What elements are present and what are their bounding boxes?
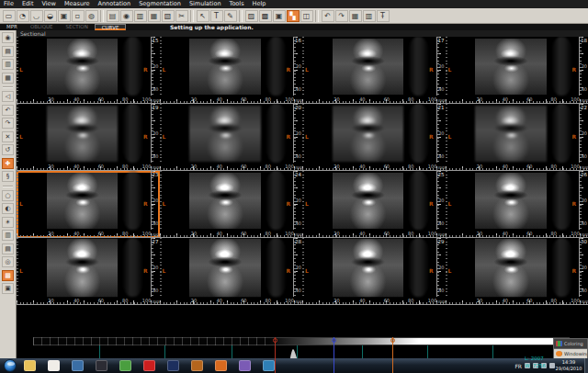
image-view-icon[interactable]: ▣ xyxy=(58,10,71,22)
window-max-marker-handle[interactable] xyxy=(390,338,395,343)
slice-cell-22[interactable]: LR22204020406080100mm xyxy=(446,104,588,171)
slice-cell-16[interactable]: LR16204020406080100mm xyxy=(160,37,303,104)
slice-cell-18[interactable]: LR18204020406080100mm xyxy=(446,37,588,104)
note-icon[interactable]: ▨ xyxy=(245,10,258,22)
export-image-icon[interactable]: ▥ xyxy=(134,10,147,22)
layout-grid-icon[interactable]: ▦ xyxy=(349,10,362,22)
layout-icon[interactable]: ▤ xyxy=(2,243,14,254)
slice-cell-25[interactable]: LR25204020406080100mm xyxy=(302,171,446,238)
slice-cell-27[interactable]: LR27204020406080100mm xyxy=(17,238,160,305)
print-icon[interactable]: ▦ xyxy=(2,73,14,84)
menu-item-simulation[interactable]: Simulation xyxy=(189,0,221,8)
dental-app-icon[interactable] xyxy=(48,360,60,371)
measure-box-icon[interactable]: ◫ xyxy=(300,10,313,22)
vruler-label: 40 xyxy=(438,288,444,293)
horizontal-ruler xyxy=(160,230,303,238)
slice-cell-15[interactable]: LR15204020406080100mm xyxy=(17,37,160,104)
undo-icon[interactable]: ↶ xyxy=(322,10,334,22)
explorer-icon[interactable] xyxy=(24,360,36,371)
tab-oblique[interactable]: OBLIQUE xyxy=(24,24,60,30)
report-table-icon[interactable]: ▧ xyxy=(162,10,175,22)
redo-icon[interactable]: ↷ xyxy=(335,10,348,22)
tab-curve[interactable]: CURVE xyxy=(95,24,127,30)
menu-item-annotation[interactable]: Annotation xyxy=(98,0,131,8)
save-icon[interactable]: ▥ xyxy=(2,59,14,70)
overlay-image-icon[interactable]: ▣ xyxy=(273,10,286,22)
notes-icon[interactable] xyxy=(96,360,107,371)
taskbar-clock[interactable]: 14:39 29/04/2010 xyxy=(555,359,582,372)
contrast-icon[interactable]: ◐ xyxy=(2,203,14,214)
start-button[interactable] xyxy=(4,359,17,372)
open-icon[interactable]: ▤ xyxy=(2,46,14,57)
slice-cell-29[interactable]: LR29204020406080100mm xyxy=(302,238,446,305)
slice-cell-21[interactable]: LR21204020406080100mm xyxy=(302,104,446,171)
photos-icon[interactable] xyxy=(191,360,203,371)
layers-icon[interactable]: ▩ xyxy=(259,10,272,22)
cut-icon[interactable]: ✂ xyxy=(175,10,188,22)
pan-icon[interactable]: ✚ xyxy=(2,158,14,169)
slice-cell-24[interactable]: LR24204020406080100mm xyxy=(160,171,303,238)
arch-3d-icon[interactable]: ◔ xyxy=(17,10,29,22)
text-annotation-icon[interactable]: T xyxy=(210,10,223,22)
menu-item-help[interactable]: Help xyxy=(253,0,266,8)
slab-view-icon[interactable]: ▭ xyxy=(3,10,16,22)
chat-icon[interactable] xyxy=(239,360,251,371)
slice-cell-30[interactable]: LR30204020406080100mm xyxy=(446,238,588,305)
reset-icon[interactable]: ↺ xyxy=(2,144,14,155)
slice-cell-23[interactable]: LR23204020406080100mm xyxy=(17,171,160,238)
menu-item-view[interactable]: View xyxy=(41,0,55,8)
brightness-icon[interactable]: ☀ xyxy=(2,217,14,228)
highlight-region-icon[interactable]: ▚ xyxy=(287,10,300,22)
pointer-icon[interactable]: ↖ xyxy=(197,10,209,22)
roi-icon[interactable]: ▩ xyxy=(2,270,14,281)
zoom-page-icon[interactable]: ◎ xyxy=(2,256,14,267)
show-desktop-button[interactable] xyxy=(584,358,588,373)
menu-item-measure[interactable]: Measure xyxy=(64,0,90,8)
panorama-icon[interactable]: ◡ xyxy=(30,10,43,22)
menu-item-segmentation[interactable]: Segmentation xyxy=(139,0,181,8)
window-min-marker-handle[interactable] xyxy=(273,338,277,343)
tab-mpr[interactable]: MPR xyxy=(0,24,24,30)
slice-cell-20[interactable]: LR20204020406080100mm xyxy=(160,104,303,171)
windowing-button[interactable]: Windowing xyxy=(553,348,588,358)
undo-icon[interactable]: ↶ xyxy=(2,105,14,116)
tz-app-icon[interactable] xyxy=(215,360,227,371)
menu-item-file[interactable]: File xyxy=(4,0,14,8)
sidebar-separator xyxy=(3,186,13,187)
tab-section[interactable]: SECTION xyxy=(60,24,95,30)
capture-icon[interactable]: ◉ xyxy=(2,32,14,43)
language-indicator[interactable]: FR xyxy=(514,363,522,369)
layout-grid2-icon[interactable]: ▥ xyxy=(363,10,376,22)
game-icon[interactable] xyxy=(119,360,131,371)
slice-cell-19[interactable]: LR19204020406080100mm xyxy=(17,104,160,171)
sidebar-separator xyxy=(3,86,13,88)
screen-icon[interactable]: ▣ xyxy=(2,283,14,294)
coloring-button[interactable]: Coloring xyxy=(553,338,588,348)
zoom-icon[interactable]: ○ xyxy=(2,190,14,201)
capture-icon[interactable]: ▤ xyxy=(107,10,119,22)
menu-item-tools[interactable]: Tools xyxy=(230,0,244,8)
opera-icon[interactable] xyxy=(143,360,155,371)
patient-icon[interactable]: ◉ xyxy=(120,10,133,22)
cross-section-icon[interactable]: ◒ xyxy=(44,10,57,22)
single-view-icon[interactable]: ▫ xyxy=(72,10,85,22)
slice-cell-17[interactable]: LR17204020406080100mm xyxy=(302,37,446,104)
pencil-icon[interactable]: ✎ xyxy=(224,10,237,22)
menu-item-edit[interactable]: Edit xyxy=(22,0,34,8)
left-orientation-label: L xyxy=(305,200,309,207)
implant-icon[interactable]: Ŧ xyxy=(377,10,390,22)
redo-icon[interactable]: ↷ xyxy=(2,118,14,129)
adjust-icon[interactable]: § xyxy=(2,171,14,182)
slice-cell-26[interactable]: LR26204020406080100mm xyxy=(446,171,588,238)
select-icon[interactable]: ◁ xyxy=(2,91,14,102)
sphere-grid-icon[interactable]: ◍ xyxy=(85,10,98,22)
window-level-marker-handle[interactable] xyxy=(332,338,336,343)
media-icon[interactable] xyxy=(167,360,179,371)
windowing-icon[interactable]: ▥ xyxy=(2,230,14,241)
browser-icon[interactable] xyxy=(263,360,275,371)
slice-cell-28[interactable]: LR28204020406080100mm xyxy=(160,238,303,305)
delete-icon[interactable]: ✕ xyxy=(2,131,14,142)
print-icon[interactable]: ▦ xyxy=(148,10,161,22)
ct-adjacent-anatomy xyxy=(266,104,287,163)
presentation-icon[interactable] xyxy=(72,360,84,371)
